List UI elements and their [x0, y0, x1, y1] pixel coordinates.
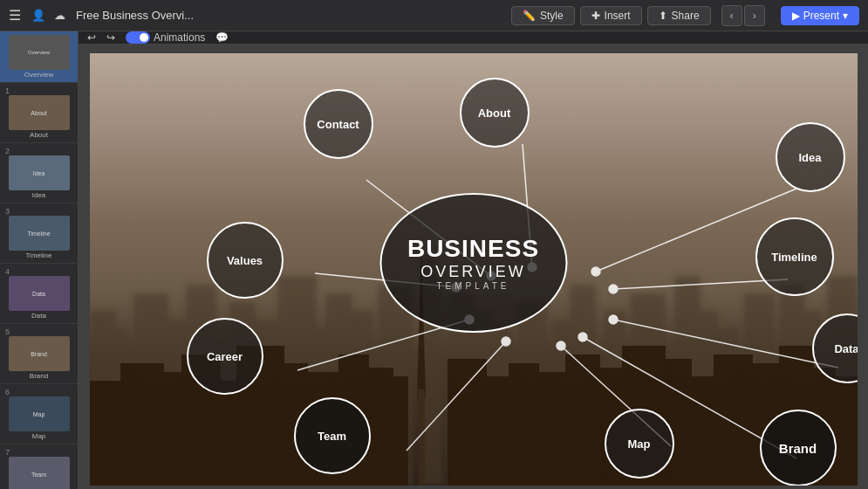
- slide-container: BUSINESS OVERVIEW TEMPLATE About Contact…: [79, 45, 868, 489]
- node-map[interactable]: Map: [605, 409, 674, 479]
- center-node[interactable]: BUSINESS OVERVIEW TEMPLATE: [379, 193, 567, 333]
- prev-arrow[interactable]: ‹: [721, 5, 742, 26]
- thumb-1: About: [9, 95, 70, 130]
- dropdown-icon: ▾: [843, 10, 848, 22]
- center-title2: OVERVIEW: [420, 263, 526, 281]
- node-team[interactable]: Team: [294, 397, 371, 474]
- thumb-label-2: Idea: [32, 191, 46, 199]
- topbar-user-icons: 👤 ☁: [31, 9, 65, 22]
- node-idea[interactable]: Idea: [776, 122, 845, 192]
- slide-thumb-4[interactable]: 4 Data Data: [0, 264, 78, 324]
- node-career[interactable]: Career: [187, 318, 263, 395]
- node-timeline[interactable]: Timeline: [755, 217, 834, 296]
- thumb-label-3: Timeline: [26, 251, 52, 259]
- node-brand[interactable]: Brand: [760, 410, 837, 486]
- slide-canvas[interactable]: BUSINESS OVERVIEW TEMPLATE About Contact…: [90, 53, 858, 486]
- node-values[interactable]: Values: [207, 222, 284, 299]
- thumb-3: Timeline: [9, 216, 70, 251]
- slide-thumb-overview[interactable]: Overview Overview: [0, 31, 78, 83]
- svg-point-72: [502, 337, 510, 346]
- svg-point-62: [591, 267, 600, 276]
- thumb-5: Brand: [9, 336, 70, 371]
- svg-point-66: [609, 285, 618, 293]
- slide-thumb-1[interactable]: 1 About About: [0, 83, 78, 143]
- svg-point-76: [578, 333, 587, 341]
- topbar-actions: ✏️ Style ✚ Insert ⬆ Share: [511, 6, 711, 25]
- node-contact[interactable]: Contact: [304, 89, 373, 159]
- svg-line-71: [407, 341, 506, 451]
- svg-line-69: [613, 320, 838, 368]
- content-area: ↩ ↪ Animations 💬: [79, 31, 868, 489]
- present-button[interactable]: ▶ Present ▾: [781, 6, 859, 25]
- play-icon: ▶: [792, 10, 800, 22]
- slide-thumb-2[interactable]: 2 Idea Idea: [0, 143, 78, 203]
- slide-thumb-6[interactable]: 6 Map Map: [0, 384, 78, 444]
- person-icon: 👤: [31, 9, 45, 22]
- insert-icon: ✚: [591, 10, 600, 22]
- comment-button[interactable]: 💬: [215, 31, 229, 44]
- cloud-icon: ☁: [54, 9, 65, 22]
- overview-label: Overview: [24, 71, 53, 79]
- nav-arrows: ‹ ›: [721, 5, 765, 26]
- thumb-7: Team: [9, 457, 70, 489]
- thumb-label-1: About: [30, 131, 48, 139]
- slide-thumb-7[interactable]: 7 Team Team: [0, 444, 78, 489]
- menu-icon[interactable]: ☰: [9, 7, 21, 24]
- animations-label: Animations: [154, 31, 205, 44]
- center-title1: BUSINESS: [407, 235, 539, 263]
- svg-line-65: [613, 279, 788, 289]
- undo-button[interactable]: ↩: [87, 31, 96, 44]
- thumb-6: Map: [9, 396, 70, 431]
- svg-point-70: [609, 315, 618, 324]
- thumb-4: Data: [9, 276, 70, 311]
- sidebar: Overview Overview 1 About About 2 Idea I…: [0, 31, 79, 489]
- toolbar: ↩ ↪ Animations 💬: [79, 31, 868, 45]
- insert-button[interactable]: ✚ Insert: [580, 6, 642, 25]
- redo-button[interactable]: ↪: [106, 31, 115, 44]
- animations-button[interactable]: Animations: [126, 31, 205, 44]
- animations-toggle-icon: [126, 31, 150, 44]
- svg-point-74: [557, 341, 565, 350]
- document-title: Free Business Overvi...: [76, 9, 501, 22]
- style-icon: ✏️: [523, 10, 536, 22]
- thumb-2: Idea: [9, 155, 70, 190]
- thumb-label-4: Data: [31, 312, 46, 320]
- thumb-label-5: Brand: [30, 372, 48, 380]
- slide-thumb-5[interactable]: 5 Brand Brand: [0, 324, 78, 384]
- overview-thumb: Overview: [9, 35, 70, 70]
- share-button[interactable]: ⬆ Share: [647, 6, 711, 25]
- main-area: Overview Overview 1 About About 2 Idea I…: [0, 31, 868, 489]
- share-icon: ⬆: [659, 10, 667, 22]
- thumb-label-6: Map: [32, 432, 46, 440]
- next-arrow[interactable]: ›: [744, 5, 765, 26]
- slide-thumb-3[interactable]: 3 Timeline Timeline: [0, 203, 78, 264]
- topbar: ☰ 👤 ☁ Free Business Overvi... ✏️ Style ✚…: [0, 0, 868, 31]
- center-title3: TEMPLATE: [436, 281, 509, 291]
- style-button[interactable]: ✏️ Style: [511, 6, 575, 25]
- node-about[interactable]: About: [460, 78, 530, 148]
